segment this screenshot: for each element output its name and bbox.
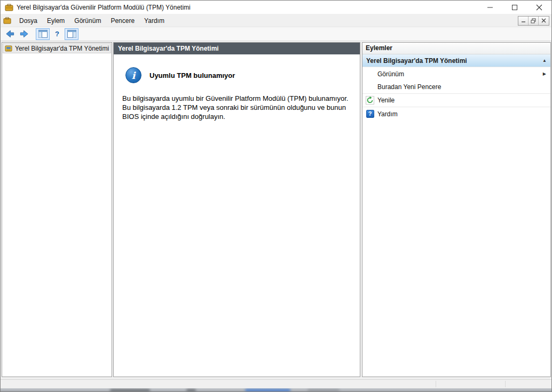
minimize-icon bbox=[487, 4, 493, 11]
taskbar-artifact bbox=[110, 389, 150, 392]
show-console-tree-button[interactable] bbox=[36, 28, 50, 40]
console-tree-pane: Yerel Bilgisayar'da TPM Yönetimi bbox=[2, 42, 112, 377]
workspace: Yerel Bilgisayar'da TPM Yönetimi Yerel B… bbox=[1, 41, 551, 379]
action-item-refresh-label: Yenile bbox=[377, 97, 395, 104]
message-title: Uyumlu TPM bulunamıyor bbox=[149, 71, 235, 79]
action-item-help[interactable]: ? Yardım bbox=[362, 107, 550, 121]
actions-section-label: Yerel Bilgisayar'da TPM Yönetimi bbox=[366, 57, 467, 65]
menu-bar: Dosya Eylem Görünüm Pencere Yardım bbox=[1, 14, 551, 27]
menu-item-pencere[interactable]: Pencere bbox=[106, 15, 139, 27]
actions-pane: Eylemler Yerel Bilgisayar'da TPM Yönetim… bbox=[362, 42, 551, 377]
actions-pane-header: Eylemler bbox=[362, 43, 550, 54]
menu-item-eylem[interactable]: Eylem bbox=[42, 15, 69, 27]
forward-button[interactable] bbox=[17, 28, 31, 40]
console-window-icon bbox=[3, 17, 11, 25]
info-row: i Uyumlu TPM bulunamıyor bbox=[122, 67, 351, 83]
back-icon bbox=[5, 29, 15, 39]
mdi-close-icon bbox=[541, 18, 546, 23]
mdi-restore-button[interactable] bbox=[529, 17, 539, 25]
mdi-window-controls bbox=[518, 16, 549, 26]
view-icon-slot bbox=[365, 70, 375, 78]
action-item-new-window-label: Buradan Yeni Pencere bbox=[377, 83, 441, 91]
status-cell-divider bbox=[505, 381, 506, 387]
mdi-restore-icon bbox=[531, 18, 536, 23]
action-pane-icon bbox=[67, 30, 76, 38]
help-button[interactable]: ? bbox=[50, 28, 64, 40]
title-bar: Yerel Bilgisayar'da Güvenilir Platform M… bbox=[1, 1, 551, 14]
info-icon: i bbox=[125, 67, 141, 83]
mdi-minimize-icon bbox=[521, 18, 526, 23]
action-item-view[interactable]: Görünüm ▶ bbox=[362, 67, 550, 81]
results-pane: Yerel Bilgisayar'da TPM Yönetimi i Uyuml… bbox=[113, 42, 360, 377]
console-tree-icon bbox=[38, 30, 48, 38]
close-icon bbox=[536, 4, 542, 11]
taskbar-artifact bbox=[245, 389, 290, 392]
help-icon-slot: ? bbox=[365, 110, 375, 118]
menu-item-yardim[interactable]: Yardım bbox=[139, 15, 169, 27]
collapse-icon[interactable]: ▲ bbox=[542, 58, 547, 63]
close-button[interactable] bbox=[527, 1, 551, 14]
toolbar: ? bbox=[1, 27, 551, 41]
taskbar-strip bbox=[1, 388, 551, 392]
status-bar bbox=[1, 379, 551, 388]
status-cell-divider bbox=[436, 381, 436, 387]
window-title: Yerel Bilgisayar'da Güvenilir Platform M… bbox=[17, 4, 191, 11]
submenu-arrow-icon: ▶ bbox=[543, 71, 546, 76]
results-pane-body: i Uyumlu TPM bulunamıyor Bu bilgisayarda… bbox=[114, 54, 360, 121]
tree-item-tpm-management[interactable]: Yerel Bilgisayar'da TPM Yönetimi bbox=[3, 43, 111, 53]
taskbar-artifact bbox=[186, 389, 196, 392]
taskbar-artifact bbox=[307, 389, 340, 392]
help-action-icon: ? bbox=[366, 110, 374, 118]
mdi-minimize-button[interactable] bbox=[518, 17, 529, 25]
forward-icon bbox=[19, 29, 29, 39]
refresh-icon bbox=[366, 96, 374, 105]
refresh-icon-slot bbox=[365, 96, 375, 105]
action-item-view-label: Görünüm bbox=[377, 70, 404, 78]
minimize-button[interactable] bbox=[478, 1, 502, 14]
caption-buttons bbox=[478, 1, 551, 14]
tree-item-label: Yerel Bilgisayar'da TPM Yönetimi bbox=[15, 45, 109, 52]
menu-item-gorunum[interactable]: Görünüm bbox=[69, 15, 106, 27]
action-item-new-window[interactable]: Buradan Yeni Pencere bbox=[362, 81, 550, 94]
action-item-refresh[interactable]: Yenile bbox=[362, 94, 550, 107]
screen: Yerel Bilgisayar'da Güvenilir Platform M… bbox=[0, 0, 552, 392]
new-window-icon-slot bbox=[365, 83, 375, 91]
mmc-console-icon bbox=[5, 3, 13, 12]
message-body: Bu bilgisayarda uyumlu bir Güvenilir Pla… bbox=[122, 94, 351, 121]
maximize-button[interactable] bbox=[502, 1, 527, 14]
menu-item-dosya[interactable]: Dosya bbox=[14, 15, 42, 27]
maximize-icon bbox=[511, 4, 518, 11]
back-button[interactable] bbox=[3, 28, 17, 40]
tpm-node-icon bbox=[5, 45, 12, 52]
show-action-pane-button[interactable] bbox=[65, 28, 78, 40]
action-item-help-label: Yardım bbox=[377, 110, 398, 118]
help-icon: ? bbox=[53, 30, 61, 38]
mdi-close-button[interactable] bbox=[539, 17, 549, 25]
results-pane-header: Yerel Bilgisayar'da TPM Yönetimi bbox=[114, 43, 360, 54]
actions-section-header[interactable]: Yerel Bilgisayar'da TPM Yönetimi ▲ bbox=[362, 54, 550, 67]
